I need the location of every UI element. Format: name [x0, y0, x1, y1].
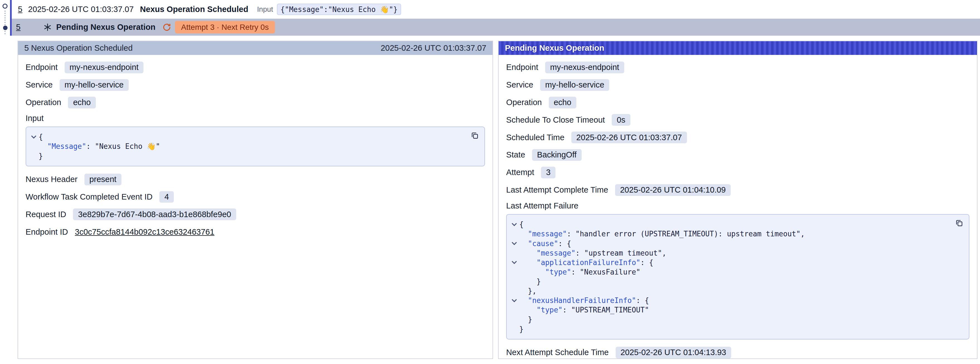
- code-line: }: [509, 324, 951, 334]
- field-value-chip: 2025-02-26 UTC 01:04:13.93: [616, 347, 731, 358]
- history-row-pending-nexus-operation[interactable]: 5 Pending Nexus Operation Attempt 3 · Ne…: [12, 19, 980, 36]
- code-text: "message": "upstream timeout",: [519, 248, 667, 258]
- field-row-next-attempt-schedule-time: Next Attempt Schedule Time2025-02-26 UTC…: [506, 346, 969, 359]
- event-id-link[interactable]: 5: [18, 5, 22, 14]
- json-block-last-attempt-failure: { "message": "handler error (UPSTREAM_TI…: [506, 214, 969, 339]
- panel-title: 5 Nexus Operation Scheduled: [24, 43, 133, 53]
- history-rows-group: 5 2025-02-26 UTC 01:03:37.07 Nexus Opera…: [10, 0, 980, 36]
- field-value-chip: present: [84, 174, 121, 185]
- code-line: "Message": "Nexus Echo 👋": [29, 142, 467, 151]
- temporal-workflow-history-view: 5 2025-02-26 UTC 01:03:37.07 Nexus Opera…: [0, 0, 980, 364]
- scheduled-event-detail-panel: 5 Nexus Operation Scheduled 2025-02-26 U…: [18, 41, 493, 359]
- field-row-service: Servicemy-hello-service: [25, 78, 485, 91]
- field-label-schedule-to-close-timeout: Schedule To Close Timeout: [506, 115, 605, 125]
- field-value-chip: 4: [159, 191, 174, 203]
- field-row-endpoint: Endpointmy-nexus-endpoint: [506, 61, 969, 74]
- collapse-chevron-icon[interactable]: [509, 220, 519, 229]
- field-value-chip: my-hello-service: [60, 79, 129, 91]
- timeline-node-dot-icon: [3, 26, 8, 30]
- field-value-chip: 0s: [612, 114, 630, 126]
- scheduled-panel-header: 5 Nexus Operation Scheduled 2025-02-26 U…: [18, 41, 493, 55]
- field-value-chip: 2025-02-26 UTC 01:04:10.09: [615, 184, 731, 196]
- collapse-chevron-icon[interactable]: [509, 296, 519, 305]
- field-value-chip: 2025-02-26 UTC 01:03:37.07: [571, 132, 687, 143]
- field-value-chip: my-hello-service: [540, 79, 609, 91]
- chevron-spacer: [509, 286, 519, 296]
- code-text: }: [519, 324, 524, 334]
- code-text: {: [519, 220, 524, 229]
- event-timestamp: 2025-02-26 UTC 01:03:37.07: [28, 5, 134, 14]
- timeline-node-circle-icon: [3, 4, 8, 9]
- field-label-input: Input: [25, 114, 485, 123]
- code-text: }: [519, 315, 532, 324]
- field-row-operation: Operationecho: [506, 96, 969, 109]
- code-text: "Message": "Nexus Echo 👋": [39, 142, 160, 151]
- json-block-input: { "Message": "Nexus Echo 👋"}: [25, 126, 485, 166]
- code-text: }: [39, 151, 43, 161]
- field-label-state: State: [506, 150, 525, 160]
- copy-icon[interactable]: [469, 131, 480, 141]
- field-row-last-attempt-complete-time: Last Attempt Complete Time2025-02-26 UTC…: [506, 184, 969, 196]
- field-label-endpoint: Endpoint: [506, 63, 538, 72]
- field-row-service: Servicemy-hello-service: [506, 78, 969, 91]
- code-line: {: [29, 132, 467, 142]
- code-line: "message": "upstream timeout",: [509, 248, 951, 258]
- chevron-spacer: [509, 315, 519, 324]
- collapse-chevron-icon[interactable]: [509, 258, 519, 267]
- code-line: "type": "UPSTREAM_TIMEOUT": [509, 305, 951, 315]
- code-line: "applicationFailureInfo": {: [509, 258, 951, 267]
- code-line: {: [509, 220, 951, 229]
- event-timeline-gutter: [0, 0, 10, 39]
- field-value-chip: echo: [549, 97, 576, 109]
- history-row-nexus-operation-scheduled[interactable]: 5 2025-02-26 UTC 01:03:37.07 Nexus Opera…: [12, 0, 980, 19]
- retry-refresh-icon: [162, 23, 171, 32]
- field-label-operation: Operation: [25, 98, 61, 107]
- pending-event-id-link[interactable]: 5: [16, 22, 21, 32]
- pending-operation-detail-panel: Pending Nexus Operation Endpointmy-nexus…: [498, 41, 977, 359]
- code-line: "cause": {: [509, 239, 951, 248]
- panel-timestamp: 2025-02-26 UTC 01:03:37.07: [380, 43, 486, 53]
- code-line: "type": "NexusFailure": [509, 267, 951, 277]
- field-label-attempt: Attempt: [506, 168, 534, 177]
- code-line: }: [29, 151, 467, 161]
- code-text: "nexusHandlerFailureInfo": {: [519, 296, 649, 305]
- field-row-attempt: Attempt3: [506, 166, 969, 179]
- field-label-endpoint: Endpoint: [25, 63, 58, 72]
- collapse-chevron-icon[interactable]: [509, 239, 519, 248]
- panel-title: Pending Nexus Operation: [505, 43, 604, 53]
- field-value-chip: my-nexus-endpoint: [65, 62, 144, 73]
- code-text: "applicationFailureInfo": {: [519, 258, 653, 267]
- code-line: "message": "handler error (UPSTREAM_TIME…: [509, 229, 951, 239]
- field-row-scheduled-time: Scheduled Time2025-02-26 UTC 01:03:37.07: [506, 131, 969, 144]
- field-row-nexus-header: Nexus Headerpresent: [25, 173, 485, 186]
- field-value-chip: 3: [541, 167, 555, 178]
- code-text: "type": "NexusFailure": [519, 267, 640, 277]
- timeline-connector-line: [5, 11, 6, 34]
- copy-icon[interactable]: [954, 218, 964, 228]
- code-line: },: [509, 286, 951, 296]
- field-row-request-id: Request ID3e829b7e-7d67-4b08-aad3-b1e868…: [25, 208, 485, 221]
- chevron-spacer: [509, 267, 519, 277]
- chevron-spacer: [29, 142, 39, 151]
- field-value-chip: echo: [68, 97, 95, 109]
- code-line: }: [509, 277, 951, 286]
- code-text: "message": "handler error (UPSTREAM_TIME…: [519, 229, 805, 239]
- field-row-workflow-task-completed-event-id: Workflow Task Completed Event ID4: [25, 191, 485, 203]
- chevron-spacer: [509, 324, 519, 334]
- field-label-service: Service: [25, 80, 52, 89]
- collapse-chevron-icon[interactable]: [29, 132, 39, 142]
- field-value-link[interactable]: 3c0c75ccfa8144b092c13ce632463761: [75, 227, 215, 236]
- chevron-spacer: [29, 151, 39, 161]
- code-text: {: [39, 132, 43, 142]
- pending-panel-header: Pending Nexus Operation: [499, 41, 977, 55]
- event-detail-panels: 5 Nexus Operation Scheduled 2025-02-26 U…: [0, 36, 980, 359]
- attempt-retry-badge: Attempt 3 · Next Retry 0s: [175, 21, 275, 34]
- nexus-asterisk-icon: [43, 23, 52, 32]
- field-row-schedule-to-close-timeout: Schedule To Close Timeout0s: [506, 114, 969, 126]
- field-value-chip: my-nexus-endpoint: [545, 62, 624, 73]
- field-label-last-attempt-failure: Last Attempt Failure: [506, 201, 969, 211]
- pending-operation-title: Pending Nexus Operation: [56, 22, 156, 32]
- input-preview-chip: {"Message":"Nexus Echo 👋"}: [277, 4, 401, 15]
- code-text: }: [519, 277, 541, 286]
- code-line: }: [509, 315, 951, 324]
